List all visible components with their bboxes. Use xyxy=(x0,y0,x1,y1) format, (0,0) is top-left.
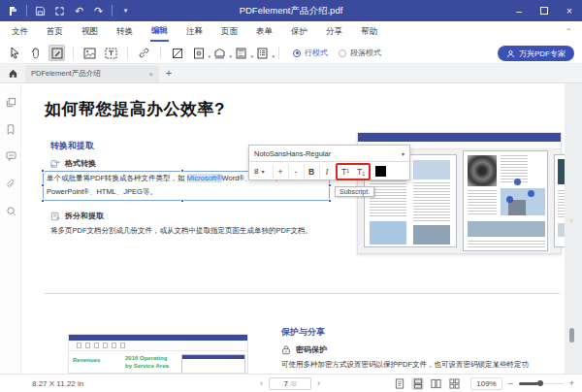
minimize-button[interactable]: – xyxy=(506,0,532,21)
menu-item-view[interactable]: 视图 xyxy=(81,23,99,41)
edit-tool-button[interactable] xyxy=(48,45,65,61)
selection-handle[interactable] xyxy=(41,199,45,203)
format-convert-title: 格式转换 xyxy=(65,158,96,169)
current-page-value: 7 xyxy=(283,379,287,388)
superscript-button[interactable]: T¹ xyxy=(338,165,353,179)
zoom-slider[interactable] xyxy=(519,379,564,387)
password-protect-item[interactable]: 密码保护 xyxy=(281,344,327,355)
selection-handle[interactable] xyxy=(41,169,45,173)
menu-item-home[interactable]: 首页 xyxy=(46,23,64,41)
grid-view-icon xyxy=(449,378,460,389)
new-tab-button[interactable]: + xyxy=(159,63,178,82)
protect-section-heading[interactable]: 保护与分享 xyxy=(281,326,325,339)
italic-button[interactable]: I xyxy=(319,165,334,179)
page-number-input[interactable]: 7 /8 xyxy=(269,377,311,390)
zoom-in-button[interactable]: + xyxy=(569,378,574,388)
subscript-button[interactable]: T₁ xyxy=(353,165,369,179)
document-tab[interactable]: PDFelement产品介绍 × xyxy=(25,65,159,82)
save-icon[interactable] xyxy=(34,5,47,17)
link-button[interactable] xyxy=(136,45,152,61)
decrease-font-button[interactable]: - xyxy=(288,165,303,179)
view-facing-button[interactable] xyxy=(430,377,442,390)
font-size-select[interactable]: 8 ▾ xyxy=(252,167,272,176)
thumbnail-panel-button[interactable] xyxy=(4,95,17,109)
paragraph-mode-radio[interactable]: 段落模式 xyxy=(339,48,381,58)
select-tool-button[interactable] xyxy=(6,45,22,61)
search-panel-button[interactable] xyxy=(4,204,17,217)
menu-item-form[interactable]: 表单 xyxy=(255,23,274,41)
collapse-ribbon-icon[interactable]: ⌃ xyxy=(565,27,572,37)
embedded-photo xyxy=(370,221,406,245)
header-footer-button[interactable]: ▾ xyxy=(233,45,249,61)
background-dropdown-icon[interactable]: ▾ xyxy=(229,53,232,59)
home-tab-button[interactable] xyxy=(0,63,25,82)
add-textbox-button[interactable] xyxy=(103,45,119,61)
header-footer-dropdown-icon[interactable]: ▾ xyxy=(250,53,253,59)
password-protect-text[interactable]: 可使用多种加密方式设置密码以保护PDF文件，也可设置密码锁定某些特定功 xyxy=(281,359,561,371)
hand-tool-button[interactable] xyxy=(27,45,44,61)
menu-item-protect[interactable]: 保护 xyxy=(290,23,308,41)
selection-handle[interactable] xyxy=(180,169,184,173)
watermark-button[interactable]: ▾ xyxy=(190,45,207,61)
line-mode-radio[interactable]: 行模式 xyxy=(293,48,328,58)
view-continuous-button[interactable] xyxy=(411,377,424,390)
tab-close-icon[interactable]: × xyxy=(148,70,153,79)
zoom-slider-knob[interactable] xyxy=(537,380,543,386)
menu-item-page[interactable]: 页面 xyxy=(220,23,239,41)
bookmark-panel-button[interactable] xyxy=(4,122,17,136)
increase-font-button[interactable]: + xyxy=(273,165,287,179)
titlebar-separator xyxy=(26,5,27,16)
tabbar: PDFelement产品介绍 × + xyxy=(0,64,582,83)
lock-icon xyxy=(281,344,291,355)
menu-item-help[interactable]: 帮助 xyxy=(360,23,378,41)
format-convert-item[interactable]: 格式转换 xyxy=(50,158,96,169)
expert-button[interactable]: 万兴PDF专家 xyxy=(498,46,574,61)
selection-handle[interactable] xyxy=(328,183,332,187)
split-extract-text[interactable]: 将多页PDF文档分割成几份文件，或从文档中提取指定页面生成单独的PDF文档。 xyxy=(50,225,341,237)
split-extract-item[interactable]: 拆分和提取 xyxy=(50,211,104,221)
attachment-panel-button[interactable] xyxy=(4,177,17,190)
menu-item-convert[interactable]: 转换 xyxy=(115,23,134,41)
font-color-swatch[interactable] xyxy=(375,166,386,177)
scrollbar-gutter: ‹ xyxy=(565,83,582,374)
close-button[interactable]: × xyxy=(557,0,582,21)
zoom-out-button[interactable]: – xyxy=(508,378,513,388)
redo-icon[interactable]: ↷ xyxy=(92,5,105,17)
selection-handle[interactable] xyxy=(180,199,184,203)
menu-item-edit[interactable]: 编辑 xyxy=(150,22,169,42)
comment-icon xyxy=(6,151,16,161)
font-family-value: NotoSansHans-Regular xyxy=(254,149,402,158)
page-turn-arrow-icon[interactable]: ‹ xyxy=(570,217,572,224)
undo-icon[interactable]: ↶ xyxy=(73,5,85,17)
selection-handle[interactable] xyxy=(328,199,332,203)
bates-dropdown-icon[interactable]: ▾ xyxy=(272,53,275,59)
bookmark-icon xyxy=(6,124,16,135)
menu-item-file[interactable]: 文件 xyxy=(11,23,29,41)
watermark-dropdown-icon[interactable]: ▾ xyxy=(208,53,210,59)
maximize-button[interactable] xyxy=(532,0,557,21)
next-page-button[interactable]: › xyxy=(317,378,320,388)
cursor-icon xyxy=(9,47,20,59)
convert-section-heading[interactable]: 转换和提取 xyxy=(50,140,94,152)
scrollbar-thumb[interactable] xyxy=(569,328,574,343)
menu-item-comment[interactable]: 注释 xyxy=(185,23,204,41)
crop-button[interactable] xyxy=(169,45,185,61)
view-single-page-button[interactable] xyxy=(393,377,405,390)
font-size-caret-icon: ▾ xyxy=(261,168,264,175)
microsoft-link-text[interactable]: Microsoft® xyxy=(187,174,222,182)
zoom-level[interactable]: 109% xyxy=(470,377,501,390)
comment-panel-button[interactable] xyxy=(4,149,17,163)
bold-button[interactable]: B xyxy=(304,165,318,179)
previous-page-button[interactable]: ‹ xyxy=(260,378,263,388)
selection-handle[interactable] xyxy=(41,183,45,187)
add-image-button[interactable] xyxy=(81,45,98,61)
background-button[interactable]: ▾ xyxy=(211,45,228,61)
view-grid-button[interactable] xyxy=(448,377,461,390)
bates-number-button[interactable]: ▾ xyxy=(254,45,271,61)
embedded-screenshot-report[interactable]: Revenues 2016 Operating by Service Area xyxy=(68,334,248,374)
quick-access-dropdown-icon[interactable]: ▾ xyxy=(119,5,132,17)
menu-item-share[interactable]: 分享 xyxy=(325,23,343,41)
document-title[interactable]: 如何帮您提高办公效率? xyxy=(45,98,225,120)
snapshot-icon[interactable] xyxy=(53,5,66,17)
font-family-select[interactable]: NotoSansHans-Regular ▾ xyxy=(249,146,409,162)
